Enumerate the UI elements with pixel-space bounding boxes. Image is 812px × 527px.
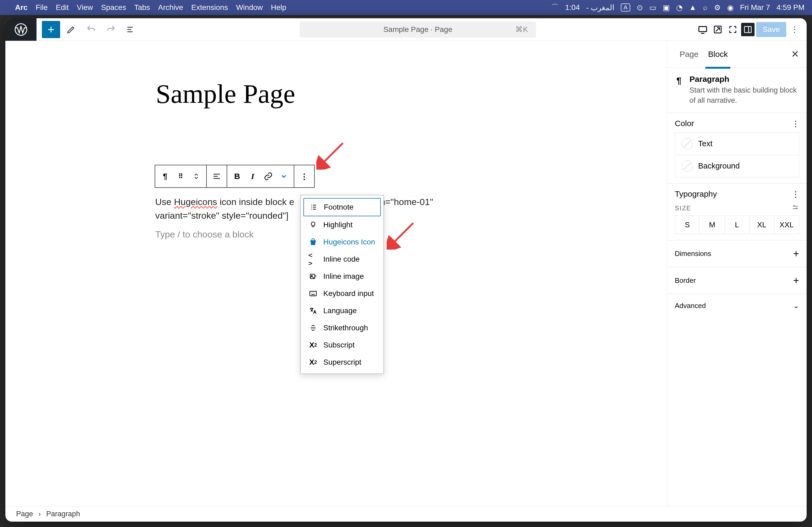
- siri-icon[interactable]: ◉: [727, 3, 734, 12]
- search-icon[interactable]: ⌕: [703, 3, 708, 12]
- svg-rect-3: [744, 26, 751, 32]
- code-icon: < >: [308, 254, 318, 264]
- size-custom-button[interactable]: [792, 204, 799, 213]
- block-info: ¶ Paragraph Start with the basic buildin…: [667, 67, 807, 113]
- bold-button[interactable]: B: [229, 168, 245, 184]
- more-formatting-button[interactable]: [276, 168, 292, 184]
- menu-archive[interactable]: Archive: [158, 3, 183, 12]
- dropdown-item-subscript[interactable]: X2Subscript: [303, 336, 381, 353]
- text-color-button[interactable]: Text: [675, 133, 799, 155]
- fullscreen-button[interactable]: [726, 23, 740, 36]
- menu-spaces[interactable]: Spaces: [101, 3, 126, 12]
- browser-window: + Sample Page · Page ⌘K Save ⋮ Sample Pa…: [5, 18, 807, 522]
- document-title-bar[interactable]: Sample Page · Page ⌘K: [300, 21, 536, 37]
- chevron-right-icon: ›: [39, 510, 41, 518]
- wifi-icon[interactable]: ▲: [689, 3, 697, 12]
- border-panel[interactable]: Border+: [667, 267, 807, 294]
- superscript-icon: X2: [308, 358, 318, 367]
- paragraph-block[interactable]: Use Hugeicons icon inside block eh="home…: [155, 195, 433, 223]
- size-xl[interactable]: XL: [750, 216, 774, 234]
- airdrop-icon[interactable]: ◔: [676, 3, 683, 12]
- chevron-down-icon: ⌄: [793, 302, 799, 310]
- image-icon: [308, 272, 318, 281]
- drag-handle-icon[interactable]: ⠿: [173, 168, 188, 184]
- document-title: Sample Page · Page: [383, 25, 452, 34]
- svg-rect-6: [310, 291, 316, 296]
- sidebar-tabs: Page Block ✕: [667, 41, 807, 67]
- view-external-button[interactable]: [711, 23, 724, 36]
- battery-icon[interactable]: ▭: [649, 3, 656, 12]
- edit-icon[interactable]: [62, 21, 80, 38]
- add-block-button[interactable]: +: [42, 21, 60, 38]
- plus-icon: +: [793, 275, 799, 286]
- sidebar-toggle-button[interactable]: [741, 23, 755, 36]
- close-sidebar-button[interactable]: ✕: [791, 48, 799, 60]
- size-m[interactable]: M: [700, 216, 724, 234]
- dimensions-panel[interactable]: Dimensions+: [667, 240, 807, 267]
- play-icon[interactable]: ⊙: [637, 3, 643, 12]
- undo-button[interactable]: [82, 21, 100, 38]
- dropdown-item-superscript[interactable]: X2Superscript: [303, 353, 381, 371]
- format-dropdown: Footnote Highlight Hugeicons Icon < >Inl…: [300, 195, 384, 374]
- redo-button[interactable]: [102, 21, 120, 38]
- screen-mirror-icon[interactable]: ▣: [663, 3, 670, 12]
- status-time: 1:04: [565, 3, 580, 12]
- block-appender[interactable]: Type / to choose a block: [155, 229, 254, 240]
- svg-rect-1: [699, 26, 707, 31]
- menu-edit[interactable]: Edit: [56, 3, 69, 12]
- menu-extensions[interactable]: Extensions: [191, 3, 228, 12]
- background-color-button[interactable]: Background: [675, 155, 799, 177]
- tab-page[interactable]: Page: [675, 40, 703, 69]
- page-title[interactable]: Sample Page: [156, 78, 295, 109]
- block-more-button[interactable]: ⋮: [296, 168, 312, 184]
- color-options-button[interactable]: ⋮: [792, 119, 799, 128]
- menu-file[interactable]: File: [36, 3, 48, 12]
- dropdown-item-language[interactable]: Language: [303, 302, 381, 319]
- menu-window[interactable]: Window: [236, 3, 263, 12]
- dropdown-item-inline-code[interactable]: < >Inline code: [303, 251, 381, 268]
- italic-button[interactable]: I: [245, 168, 260, 184]
- keyboard-icon: [308, 289, 318, 298]
- app-name[interactable]: Arc: [15, 3, 28, 12]
- block-name: Paragraph: [690, 75, 799, 84]
- save-button[interactable]: Save: [756, 22, 786, 37]
- swatch-icon: [682, 161, 693, 172]
- strikethrough-icon: [308, 323, 318, 333]
- menubar-date[interactable]: Fri Mar 7: [740, 3, 770, 12]
- outline-button[interactable]: [122, 21, 140, 38]
- svg-point-0: [15, 24, 27, 35]
- align-button[interactable]: [209, 168, 224, 184]
- size-xxl[interactable]: XXL: [774, 216, 799, 234]
- macos-menubar: Arc File Edit View Spaces Tabs Archive E…: [0, 0, 812, 15]
- input-source-badge[interactable]: A: [621, 3, 630, 12]
- wordpress-logo[interactable]: [5, 18, 37, 41]
- size-l[interactable]: L: [725, 216, 750, 234]
- dropdown-item-footnote[interactable]: Footnote: [303, 198, 381, 216]
- menubar-clock[interactable]: 4:59 PM: [777, 3, 804, 12]
- link-button[interactable]: [260, 168, 276, 184]
- paragraph-block-icon[interactable]: ¶: [157, 168, 173, 184]
- status-arch-icon[interactable]: ⌒: [551, 2, 559, 13]
- view-desktop-button[interactable]: [696, 23, 709, 36]
- hugeicons-icon: [308, 237, 318, 247]
- dropdown-item-hugeicons[interactable]: Hugeicons Icon: [303, 234, 381, 251]
- control-center-icon[interactable]: ⚙: [714, 3, 721, 12]
- dropdown-item-keyboard[interactable]: Keyboard input: [303, 285, 381, 302]
- size-s[interactable]: S: [675, 216, 700, 234]
- editor-canvas[interactable]: Sample Page ¶ ⠿ B I ⋮: [5, 41, 667, 506]
- breadcrumb-page[interactable]: Page: [16, 510, 33, 518]
- advanced-panel[interactable]: Advanced⌄: [667, 294, 807, 317]
- breadcrumb-block[interactable]: Paragraph: [46, 510, 80, 518]
- menu-help[interactable]: Help: [271, 3, 287, 12]
- dropdown-item-highlight[interactable]: Highlight: [303, 216, 381, 234]
- move-arrows-icon[interactable]: [188, 168, 204, 184]
- menu-view[interactable]: View: [77, 3, 93, 12]
- typography-options-button[interactable]: ⋮: [792, 190, 799, 199]
- status-locale: - المغرب: [586, 3, 614, 12]
- tab-block[interactable]: Block: [703, 40, 733, 69]
- menu-tabs[interactable]: Tabs: [134, 3, 150, 12]
- dropdown-item-strikethrough[interactable]: Strikethrough: [303, 319, 381, 336]
- more-options-button[interactable]: ⋮: [788, 23, 801, 36]
- dropdown-item-inline-image[interactable]: Inline image: [303, 268, 381, 285]
- plus-icon: +: [793, 248, 799, 259]
